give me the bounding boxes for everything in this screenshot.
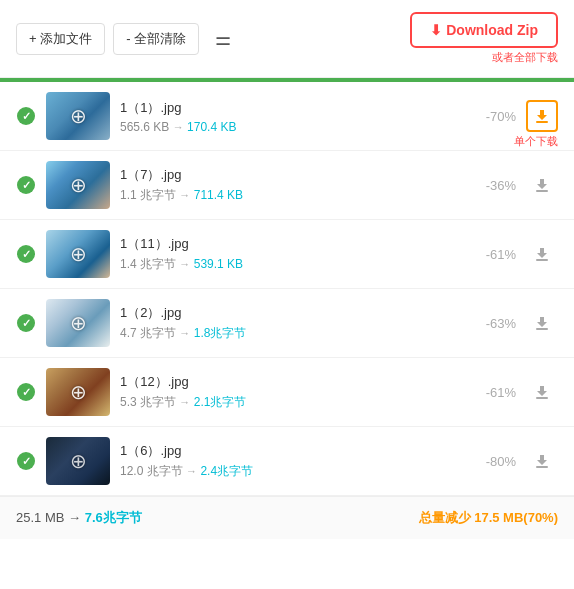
single-download-label: 单个下载 xyxy=(514,134,558,149)
file-info: 1（1）.jpg 565.6 KB → 170.4 KB xyxy=(120,99,461,134)
compress-percent: -36% xyxy=(471,178,516,193)
download-icon xyxy=(534,384,550,400)
download-icon xyxy=(534,315,550,331)
size-after: 2.1兆字节 xyxy=(194,395,247,409)
check-icon xyxy=(16,451,36,471)
file-name: 1（7）.jpg xyxy=(120,166,461,184)
download-icon xyxy=(534,453,550,469)
size-before: 1.4 兆字节 xyxy=(120,257,176,271)
footer-total: 25.1 MB → 7.6兆字节 xyxy=(16,509,142,527)
zoom-icon: ⊕ xyxy=(70,104,87,128)
file-size: 1.4 兆字节 → 539.1 KB xyxy=(120,256,461,273)
zoom-icon: ⊕ xyxy=(70,311,87,335)
check-icon xyxy=(16,244,36,264)
file-info: 1（6）.jpg 12.0 兆字节 → 2.4兆字节 xyxy=(120,442,461,480)
file-name: 1（1）.jpg xyxy=(120,99,461,117)
file-name: 1（12）.jpg xyxy=(120,373,461,391)
check-icon xyxy=(16,382,36,402)
file-name: 1（6）.jpg xyxy=(120,442,461,460)
arrow-icon: → xyxy=(173,121,184,133)
compress-percent: -70% xyxy=(471,109,516,124)
download-zip-button[interactable]: ⬇ Download Zip xyxy=(410,12,558,48)
toolbar: + 添加文件 - 全部清除 ⚌ ⬇ Download Zip 或者全部下载 xyxy=(0,0,574,78)
svg-rect-0 xyxy=(536,121,548,123)
download-button[interactable] xyxy=(526,238,558,270)
file-name: 1（2）.jpg xyxy=(120,304,461,322)
or-all-label: 或者全部下载 xyxy=(492,50,558,65)
check-circle xyxy=(17,452,35,470)
table-row: ⊕ 1（7）.jpg 1.1 兆字节 → 711.4 KB -36% xyxy=(0,151,574,220)
thumbnail[interactable]: ⊕ xyxy=(46,92,110,140)
svg-rect-4 xyxy=(536,397,548,399)
file-info: 1（2）.jpg 4.7 兆字节 → 1.8兆字节 xyxy=(120,304,461,342)
footer: 25.1 MB → 7.6兆字节 总量减少 17.5 MB(70%) xyxy=(0,496,574,539)
compress-percent: -80% xyxy=(471,454,516,469)
thumbnail[interactable]: ⊕ xyxy=(46,437,110,485)
size-after: 1.8兆字节 xyxy=(194,326,247,340)
size-after: 2.4兆字节 xyxy=(200,464,253,478)
check-circle xyxy=(17,383,35,401)
size-before: 4.7 兆字节 xyxy=(120,326,176,340)
zoom-icon: ⊕ xyxy=(70,380,87,404)
zoom-icon: ⊕ xyxy=(70,242,87,266)
size-after: 170.4 KB xyxy=(187,120,236,134)
file-list: ⊕ 1（1）.jpg 565.6 KB → 170.4 KB -70% 单个下载 xyxy=(0,82,574,496)
thumbnail[interactable]: ⊕ xyxy=(46,230,110,278)
download-icon xyxy=(534,177,550,193)
file-size: 1.1 兆字节 → 711.4 KB xyxy=(120,187,461,204)
settings-button[interactable]: ⚌ xyxy=(207,24,239,54)
check-circle xyxy=(17,245,35,263)
svg-rect-2 xyxy=(536,259,548,261)
download-button[interactable] xyxy=(526,376,558,408)
size-after: 539.1 KB xyxy=(194,257,243,271)
check-icon xyxy=(16,106,36,126)
arrow-icon: → xyxy=(179,396,190,408)
compress-percent: -61% xyxy=(471,385,516,400)
compress-percent: -63% xyxy=(471,316,516,331)
size-before: 565.6 KB xyxy=(120,120,169,134)
savings-label: 总量减少 17.5 MB(70%) xyxy=(419,510,558,525)
single-download-wrapper: 单个下载 xyxy=(526,100,558,132)
download-button[interactable] xyxy=(526,307,558,339)
footer-savings: 总量减少 17.5 MB(70%) xyxy=(419,509,558,527)
table-row: ⊕ 1（1）.jpg 565.6 KB → 170.4 KB -70% 单个下载 xyxy=(0,82,574,151)
size-before: 1.1 兆字节 xyxy=(120,188,176,202)
zoom-icon: ⊕ xyxy=(70,449,87,473)
download-icon xyxy=(534,246,550,262)
download-icon xyxy=(534,108,550,124)
settings-icon: ⚌ xyxy=(215,29,231,49)
table-row: ⊕ 1（12）.jpg 5.3 兆字节 → 2.1兆字节 -61% xyxy=(0,358,574,427)
table-row: ⊕ 1（2）.jpg 4.7 兆字节 → 1.8兆字节 -63% xyxy=(0,289,574,358)
file-size: 565.6 KB → 170.4 KB xyxy=(120,120,461,134)
download-button[interactable] xyxy=(526,169,558,201)
check-icon xyxy=(16,313,36,333)
arrow-icon: → xyxy=(179,327,190,339)
download-button[interactable] xyxy=(526,445,558,477)
table-row: ⊕ 1（6）.jpg 12.0 兆字节 → 2.4兆字节 -80% xyxy=(0,427,574,496)
download-zip-wrapper: ⬇ Download Zip 或者全部下载 xyxy=(410,12,558,65)
file-size: 5.3 兆字节 → 2.1兆字节 xyxy=(120,394,461,411)
add-file-button[interactable]: + 添加文件 xyxy=(16,23,105,55)
thumbnail[interactable]: ⊕ xyxy=(46,161,110,209)
size-before: 5.3 兆字节 xyxy=(120,395,176,409)
check-circle xyxy=(17,107,35,125)
footer-arrow: → xyxy=(68,510,85,525)
check-circle xyxy=(17,314,35,332)
thumbnail[interactable]: ⊕ xyxy=(46,299,110,347)
compress-percent: -61% xyxy=(471,247,516,262)
thumbnail[interactable]: ⊕ xyxy=(46,368,110,416)
arrow-icon: → xyxy=(179,258,190,270)
check-icon xyxy=(16,175,36,195)
size-after: 711.4 KB xyxy=(194,188,243,202)
arrow-icon: → xyxy=(186,465,197,477)
file-info: 1（7）.jpg 1.1 兆字节 → 711.4 KB xyxy=(120,166,461,204)
toolbar-left: + 添加文件 - 全部清除 ⚌ xyxy=(16,23,410,55)
file-info: 1（12）.jpg 5.3 兆字节 → 2.1兆字节 xyxy=(120,373,461,411)
clear-all-button[interactable]: - 全部清除 xyxy=(113,23,199,55)
file-name: 1（11）.jpg xyxy=(120,235,461,253)
download-button[interactable] xyxy=(526,100,558,132)
svg-rect-1 xyxy=(536,190,548,192)
svg-rect-3 xyxy=(536,328,548,330)
file-info: 1（11）.jpg 1.4 兆字节 → 539.1 KB xyxy=(120,235,461,273)
file-size: 12.0 兆字节 → 2.4兆字节 xyxy=(120,463,461,480)
